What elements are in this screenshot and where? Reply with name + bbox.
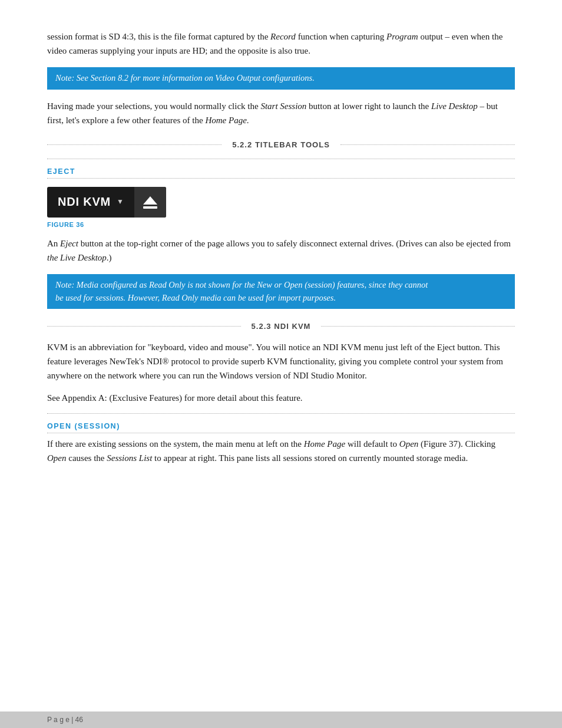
footer-text: P a g e | 46 [47, 716, 83, 724]
open-session-top-line [47, 413, 515, 414]
page-container: session format is SD 4:3, this is the fi… [0, 0, 562, 509]
svg-marker-0 [143, 196, 157, 205]
note-box-1: Note: See Section 8.2 for more informati… [47, 67, 515, 90]
para3-text-b: button at the top-right corner of the pa… [78, 239, 511, 248]
para6-text-e: to appear at right. This pane lists all … [152, 453, 468, 463]
ndi-kvm-text: NDI KVM [58, 195, 111, 209]
intro-text-1a: session format is SD 4:3, this is the fi… [47, 32, 270, 41]
para3-text-a: An [47, 239, 60, 248]
paragraph-5: See Appendix A: (Exclusive Features) for… [47, 391, 515, 405]
para6-italic-3: Open [47, 453, 67, 463]
dotted-line-right-522 [340, 144, 515, 145]
para2-italic-2: Live Desktop [431, 101, 478, 111]
para6-text-a: If there are existing sessions on the sy… [47, 439, 304, 449]
para5-text: See Appendix A: (Exclusive Features) for… [47, 393, 303, 403]
para6-italic-1: Home Page [304, 439, 345, 449]
para3-italic-1: Eject [60, 239, 78, 248]
para6-text-d: causes the [67, 453, 107, 463]
para6-text-b: will default to [345, 439, 399, 449]
paragraph-4: KVM is an abbreviation for "keyboard, vi… [47, 340, 515, 383]
para6-italic-4: Sessions List [107, 453, 152, 463]
para2-text-b: button at lower right to launch the [306, 101, 431, 111]
para2-italic-3: Home Page [205, 116, 246, 125]
dotted-line-right-523 [321, 326, 515, 327]
paragraph-3: An Eject button at the top-right corner … [47, 236, 515, 265]
note-2-line-2: be used for sessions. However, Read Only… [55, 293, 336, 302]
paragraph-2: Having made your selections, you would n… [47, 99, 515, 127]
svg-rect-1 [143, 206, 157, 209]
dropdown-arrow-icon[interactable]: ▼ [117, 197, 124, 206]
section-522-heading: 5.2.2 TITLEBAR TOOLS [227, 140, 335, 149]
intro-italic-1: Record [270, 32, 296, 41]
paragraph-6: If there are existing sessions on the sy… [47, 437, 515, 465]
para2-italic-1: Start Session [260, 101, 306, 111]
eject-icon [142, 194, 158, 210]
eject-top-line [47, 159, 515, 159]
open-session-heading: Open (Session) [47, 422, 515, 433]
para3-text-c: .) [107, 253, 112, 262]
dotted-line-left-522 [47, 144, 222, 145]
para2-text-d: . [247, 116, 249, 125]
intro-text-1b: function when capturing [296, 32, 386, 41]
section-522-container: 5.2.2 TITLEBAR TOOLS [47, 140, 515, 149]
page-footer: P a g e | 46 [0, 711, 562, 728]
note-box-2: Note: Media configured as Read Only is n… [47, 274, 515, 309]
eject-heading: Eject [47, 167, 515, 179]
figure-36-container: NDI KVM ▼ [47, 187, 515, 218]
dotted-line-left-523 [47, 326, 241, 327]
para2-text-a: Having made your selections, you would n… [47, 101, 260, 111]
section-523-heading: 5.2.3 NDI KVM [247, 322, 316, 331]
para6-italic-2: Open [399, 439, 419, 449]
figure-36-label: FIGURE 36 [47, 221, 515, 228]
intro-italic-2: Program [386, 32, 418, 41]
intro-paragraph-1: session format is SD 4:3, this is the fi… [47, 29, 515, 58]
para3-italic-2: the Live Desktop [47, 253, 107, 262]
ndi-kvm-label-area: NDI KVM ▼ [47, 195, 134, 209]
note-2-line-1: Note: Media configured as Read Only is n… [55, 280, 428, 289]
para6-text-c: (Figure 37). Clicking [418, 439, 495, 449]
para4-text: KVM is an abbreviation for "keyboard, vi… [47, 342, 503, 380]
eject-button[interactable] [134, 187, 166, 218]
section-523-container: 5.2.3 NDI KVM [47, 322, 515, 331]
ndi-kvm-widget: NDI KVM ▼ [47, 187, 166, 218]
note-1-text: Note: See Section 8.2 for more informati… [55, 73, 315, 83]
